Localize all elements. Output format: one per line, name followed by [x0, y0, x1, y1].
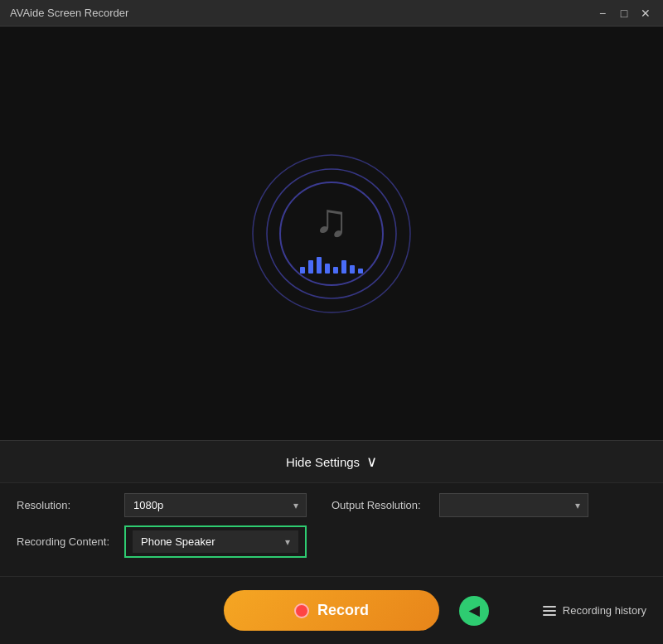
eq-bar	[333, 267, 338, 274]
window-controls: − □ ✕	[595, 6, 653, 21]
record-button[interactable]: Record	[224, 590, 439, 631]
resolution-label: Resolution:	[17, 499, 116, 511]
record-dot-icon	[294, 603, 309, 618]
record-label: Record	[317, 602, 369, 619]
eq-bar	[300, 267, 305, 274]
main-content: ♫ Hide Settings ∨	[0, 27, 663, 644]
recording-history-button[interactable]: Recording history	[543, 604, 646, 617]
music-icon-group: ♫	[300, 193, 363, 274]
eq-bar	[317, 257, 322, 274]
recording-content-row: Recording Content: Phone Speaker System …	[17, 525, 646, 558]
resolution-select[interactable]: 1080p 720p 1440p 4K	[124, 493, 307, 517]
settings-rows: Resolution: 1080p 720p 1440p 4K Output R…	[0, 482, 663, 576]
arrow-left-icon: ◀	[469, 603, 479, 618]
title-bar: AVAide Screen Recorder − □ ✕	[0, 0, 663, 27]
app-title: AVAide Screen Recorder	[10, 7, 128, 19]
maximize-button[interactable]: □	[617, 6, 632, 21]
eq-bar	[325, 264, 330, 274]
eq-bar	[308, 260, 313, 274]
music-note-icon: ♫	[314, 193, 349, 247]
eq-bar	[350, 265, 355, 274]
output-resolution-select-wrapper	[439, 493, 588, 517]
output-resolution-label: Output Resolution:	[332, 499, 431, 511]
recording-history-label: Recording history	[563, 604, 646, 617]
green-circle-icon: ◀	[459, 596, 489, 626]
action-bar: Record ◀ Recording history	[0, 576, 663, 644]
close-button[interactable]: ✕	[638, 6, 653, 21]
hamburger-line	[543, 606, 556, 608]
circle-container: ♫	[240, 143, 423, 325]
recording-content-select-wrapper: Phone Speaker System Audio Microphone No…	[133, 530, 298, 553]
eq-bar	[358, 269, 363, 274]
resolution-select-wrapper: 1080p 720p 1440p 4K	[124, 493, 307, 517]
hamburger-line	[543, 610, 556, 612]
recording-content-select[interactable]: Phone Speaker System Audio Microphone No…	[133, 530, 298, 553]
hide-settings-label: Hide Settings	[286, 455, 360, 469]
recording-content-label: Recording Content:	[17, 535, 116, 548]
resolution-row: Resolution: 1080p 720p 1440p 4K Output R…	[17, 493, 646, 517]
hamburger-icon	[543, 606, 556, 616]
minimize-button[interactable]: −	[595, 6, 610, 21]
eq-bar	[341, 260, 346, 274]
chevron-down-icon: ∨	[366, 453, 377, 471]
audio-visual-area: ♫	[0, 27, 663, 440]
settings-area: Hide Settings ∨ Resolution: 1080p 720p 1…	[0, 440, 663, 576]
output-resolution-select[interactable]	[439, 493, 588, 517]
hide-settings-button[interactable]: Hide Settings ∨	[0, 440, 663, 482]
eq-bars	[300, 257, 363, 274]
output-resolution-group: Output Resolution:	[332, 493, 588, 517]
arrow-indicator: ◀	[459, 596, 489, 626]
hamburger-line	[543, 614, 556, 616]
recording-content-bordered: Phone Speaker System Audio Microphone No…	[124, 525, 307, 558]
